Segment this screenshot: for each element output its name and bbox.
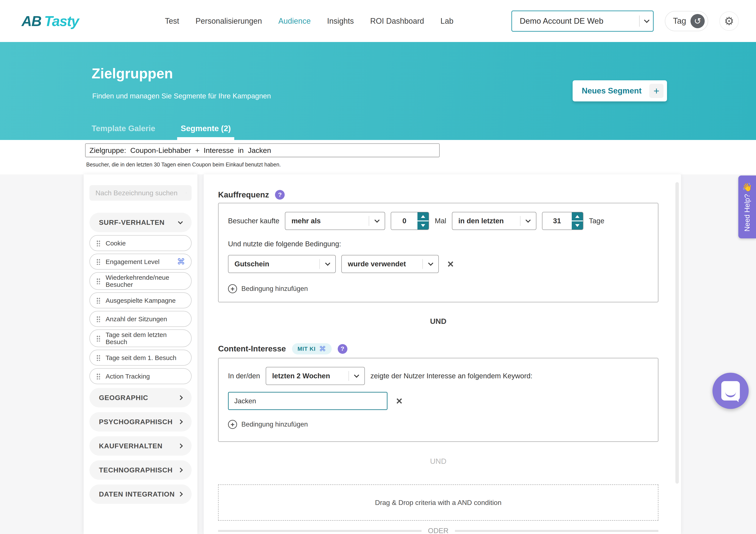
chevron-down-icon: [325, 261, 330, 266]
nav-audience[interactable]: Audience: [279, 16, 311, 26]
segment-name-input[interactable]: [85, 143, 440, 157]
criteria-item-wiederkehrende-neue-besucher[interactable]: Wiederkehrende/neue Besucher: [90, 272, 192, 290]
tab-template-galerie[interactable]: Template Galerie: [92, 124, 155, 140]
chevron-down-icon: [428, 261, 433, 266]
criteria-item-tage-seit-letztem-besuch[interactable]: Tage seit dem letzten Besuch: [90, 329, 192, 347]
criteria-item-anzahl-der-sitzungen[interactable]: Anzahl der Sitzungen: [90, 311, 192, 327]
add-condition-button[interactable]: + Bedingung hinzufügen: [228, 284, 648, 293]
main-nav: Test Personalisierungen Audience Insight…: [165, 16, 453, 26]
group-label: KAUFVERHALTEN: [99, 442, 162, 450]
criterion-title: Content-Interesse: [218, 344, 286, 353]
criteria-item-engagement-level[interactable]: Engagement Level ⌘: [90, 254, 192, 269]
scrollbar-thumb[interactable]: [675, 182, 679, 484]
group-kaufverhalten[interactable]: KAUFVERHALTEN: [90, 436, 192, 456]
criteria-item-action-tracking[interactable]: Action Tracking: [90, 368, 192, 384]
help-icon[interactable]: ?: [275, 190, 285, 200]
nav-lab[interactable]: Lab: [441, 16, 453, 26]
criterion-title: Kauffrequenz: [218, 191, 269, 199]
group-surf-verhalten[interactable]: SURF-VERHALTEN: [90, 213, 192, 232]
stepper-buttons: [572, 212, 583, 230]
condition-row: Gutschein wurde verwendet ×: [228, 255, 648, 273]
app-root: AB Tasty Test Personalisierungen Audienc…: [0, 0, 756, 534]
drag-drop-zone[interactable]: Drag & Drop criteria with a AND conditio…: [218, 484, 659, 521]
drag-handle-icon: [96, 373, 100, 379]
criteria-item-ausgespielte-kampagne[interactable]: Ausgespielte Kampagne: [90, 292, 192, 308]
hero-tabs: Template Galerie Segmente (2): [92, 124, 231, 140]
add-condition-label: Bedingung hinzufügen: [241, 420, 308, 428]
nav-insights[interactable]: Insights: [327, 16, 354, 26]
stepper-down-button[interactable]: [572, 221, 583, 230]
page-subtitle: Finden und managen Sie Segmente für Ihre…: [92, 92, 271, 100]
criteria-item-label: Cookie: [106, 240, 126, 247]
criteria-item-label: Anzahl der Sitzungen: [106, 316, 167, 322]
gear-icon: ⚙: [724, 15, 734, 28]
operator-select[interactable]: mehr als: [285, 212, 385, 230]
ai-icon: ⌘: [319, 345, 326, 352]
segment-description: Besucher, die in den letzten 30 Tagen ei…: [86, 162, 281, 168]
settings-gear-button[interactable]: ⚙: [719, 12, 739, 31]
nav-roi-dashboard[interactable]: ROI Dashboard: [370, 16, 424, 26]
content-interesse-card: In der/den letzten 2 Wochen zeigte der N…: [218, 358, 659, 442]
kauffrequenz-row: Besucher kaufte mehr als M: [228, 212, 648, 230]
criteria-item-cookie[interactable]: Cookie: [90, 235, 192, 251]
condition-verb-value: wurde verwendet: [348, 260, 406, 268]
add-condition-button[interactable]: + Bedingung hinzufügen: [228, 420, 648, 429]
criteria-item-label: Ausgespielte Kampagne: [106, 297, 176, 304]
condition-verb-select[interactable]: wurde verwendet: [341, 255, 439, 273]
chevron-down-icon: [644, 17, 649, 23]
keyword-input[interactable]: [228, 392, 388, 410]
period-select[interactable]: in den letzten: [452, 212, 536, 230]
stepper-up-button[interactable]: [418, 212, 429, 221]
criteria-search: [90, 185, 192, 201]
nav-test[interactable]: Test: [165, 16, 179, 26]
chevron-down-icon: [178, 219, 183, 224]
criteria-item-label: Wiederkehrende/neue Besucher: [106, 274, 185, 288]
waving-hand-emoji: 👋: [742, 182, 752, 192]
group-label: PSYCHOGRAPHISCH: [99, 418, 173, 426]
group-geographic[interactable]: GEOGRAPHIC: [90, 388, 192, 407]
new-segment-button[interactable]: Neues Segment +: [573, 80, 667, 101]
account-selector[interactable]: Demo Account DE Web: [511, 11, 654, 32]
chat-launcher-button[interactable]: [713, 373, 749, 409]
drop-hint-text: Drag & Drop criteria with a AND conditio…: [375, 499, 501, 507]
drag-handle-icon: [96, 278, 100, 284]
condition-field-value: Gutschein: [234, 260, 269, 268]
row-prefix: In der/den: [228, 372, 260, 380]
group-label: DATEN INTEGRATION: [99, 490, 175, 498]
stepper-buttons: [418, 212, 429, 230]
and-divider: UND: [218, 317, 659, 326]
chat-bubble-smile: [725, 392, 736, 397]
segment-builder-panel: Kauffrequenz ? Besucher kaufte mehr als: [204, 174, 681, 534]
timeframe-select[interactable]: letzten 2 Wochen: [266, 367, 365, 385]
group-technographisch[interactable]: TECHNOGRAPHISCH: [90, 460, 192, 480]
kauffrequenz-header: Kauffrequenz ?: [218, 190, 285, 200]
days-input[interactable]: [542, 212, 572, 230]
need-help-tab[interactable]: 👋 Need Help?: [738, 175, 756, 238]
divider-line: [218, 530, 421, 532]
count-input[interactable]: [391, 212, 418, 230]
page-title: Zielgruppen: [92, 65, 173, 82]
condition-field-select[interactable]: Gutschein: [228, 255, 336, 273]
group-psychographisch[interactable]: PSYCHOGRAPHISCH: [90, 412, 192, 431]
add-condition-label: Bedingung hinzufügen: [241, 285, 308, 292]
group-daten-integration[interactable]: DATEN INTEGRATION: [90, 484, 192, 504]
remove-keyword-button[interactable]: ×: [396, 395, 402, 406]
criteria-item-label: Tage seit dem 1. Besuch: [106, 354, 176, 361]
stepper-down-button[interactable]: [418, 221, 429, 230]
tag-button[interactable]: Tag ↺: [665, 11, 708, 31]
content-interesse-header: Content-Interesse MIT KI ⌘ ?: [218, 343, 347, 354]
abtasty-logo[interactable]: AB Tasty: [21, 13, 79, 29]
chat-bubble-tail: [733, 396, 739, 402]
search-input[interactable]: [95, 189, 186, 197]
or-divider-label: ODER: [428, 527, 448, 534]
arrow-up-icon: [575, 215, 580, 218]
tab-segmente[interactable]: Segmente (2): [180, 124, 230, 140]
nav-personalisierungen[interactable]: Personalisierungen: [196, 16, 262, 26]
stepper-up-button[interactable]: [572, 212, 583, 221]
criteria-item-tage-seit-erstem-besuch[interactable]: Tage seit dem 1. Besuch: [90, 350, 192, 366]
chevron-right-icon: [178, 492, 183, 497]
remove-condition-button[interactable]: ×: [447, 259, 454, 269]
help-icon[interactable]: ?: [338, 344, 347, 354]
divider-line: [455, 530, 659, 532]
need-help-label: Need Help?: [743, 194, 751, 232]
